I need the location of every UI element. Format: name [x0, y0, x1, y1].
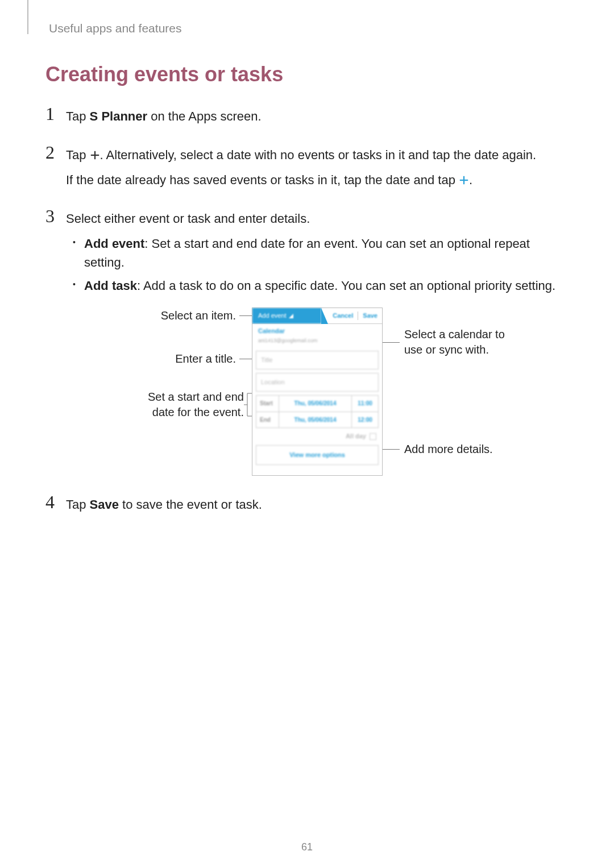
text-bold: S Planner — [90, 109, 147, 123]
phone-mock: Add event Cancel Save Calendar ani1413@g… — [252, 308, 383, 475]
text: . Alternatively, select a date with no e… — [100, 148, 537, 162]
text: Tap — [66, 497, 90, 512]
text: Tap — [66, 109, 90, 123]
date-time-picker[interactable]: Start Thu, 05/06/2014 11:00 End Thu, 05/… — [256, 395, 379, 428]
step-number: 2 — [45, 142, 66, 161]
text: to save the event or task. — [119, 497, 262, 512]
start-time[interactable]: 11:00 — [352, 396, 378, 412]
step-number: 1 — [45, 103, 66, 123]
page-title: Creating events or tasks — [45, 63, 569, 86]
calendar-selector[interactable]: Calendar — [258, 326, 376, 336]
allday-checkbox[interactable] — [370, 433, 376, 440]
step-number: 3 — [45, 206, 66, 225]
page-number: 61 — [0, 841, 614, 853]
end-label: End — [256, 412, 279, 428]
dropdown-icon — [289, 314, 293, 318]
allday-label: All day — [346, 431, 366, 441]
save-button[interactable]: Save — [358, 308, 382, 323]
breadcrumb: Useful apps and features — [49, 22, 569, 35]
step-1: 1 Tap S Planner on the Apps screen. — [45, 103, 569, 132]
text: . — [469, 173, 472, 187]
calendar-account: ani1413@googlemail.com — [258, 337, 376, 345]
bullet-item: Add event: Set a start and end date for … — [84, 234, 569, 272]
location-input[interactable]: Location — [256, 373, 379, 392]
step-3: 3 Select either event or task and enter … — [45, 206, 569, 481]
title-input[interactable]: Title — [256, 351, 379, 369]
callout-label: Set a start and end date for the event. — [125, 389, 244, 420]
step-number: 4 — [45, 492, 66, 511]
start-label: Start — [256, 396, 279, 412]
view-more-button[interactable]: View more options — [256, 445, 379, 465]
text-bold: Save — [90, 497, 119, 512]
end-date[interactable]: Thu, 05/06/2014 — [279, 412, 352, 428]
text: : Set a start and end date for an event.… — [84, 236, 530, 269]
end-time[interactable]: 12:00 — [352, 412, 378, 428]
callout-label: Add more details. — [404, 442, 493, 457]
figure: Select an item. Enter a title. Set a sta… — [115, 308, 519, 475]
text-bold: Add event — [84, 236, 144, 251]
callout-label: Enter a title. — [175, 351, 236, 367]
step-4: 4 Tap Save to save the event or task. — [45, 492, 569, 520]
text: Tap — [66, 148, 90, 162]
add-event-tab[interactable]: Add event — [252, 308, 321, 323]
step-2: 2 Tap . Alternatively, select a date wit… — [45, 142, 569, 196]
callout-label: Select a calendar to use or sync with. — [404, 327, 519, 358]
cancel-button[interactable]: Cancel — [328, 308, 358, 323]
plus-icon — [90, 150, 100, 160]
plus-icon — [459, 175, 469, 185]
callout-label: Select an item. — [161, 308, 236, 323]
text: on the Apps screen. — [147, 109, 262, 123]
text: : Add a task to do on a specific date. Y… — [137, 279, 555, 293]
start-date[interactable]: Thu, 05/06/2014 — [279, 396, 352, 412]
text: If the date already has saved events or … — [66, 173, 459, 187]
bullet-item: Add task: Add a task to do on a specific… — [84, 276, 569, 295]
text: Select either event or task and enter de… — [66, 209, 569, 229]
text-bold: Add task — [84, 279, 137, 293]
